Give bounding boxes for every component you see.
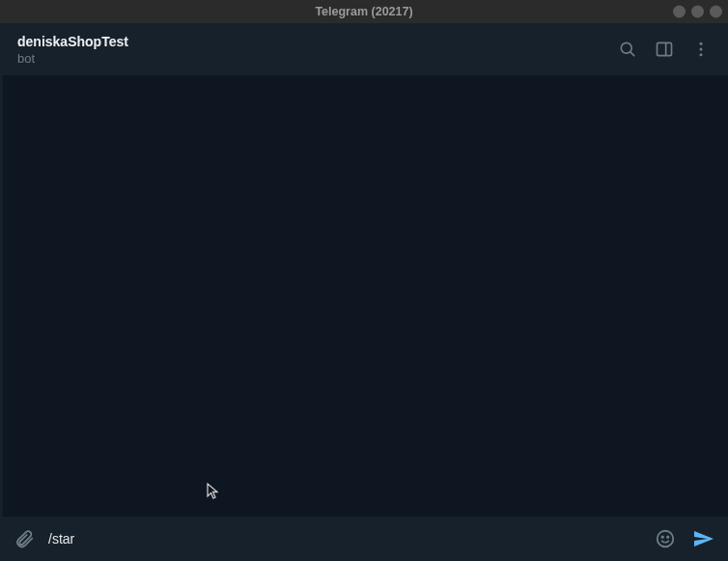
svg-point-5 [700, 48, 703, 51]
svg-point-9 [667, 536, 668, 537]
svg-point-4 [700, 42, 703, 45]
svg-rect-2 [658, 42, 672, 55]
sidebar-toggle-button[interactable] [655, 40, 674, 59]
window-controls [673, 6, 722, 18]
attach-button[interactable] [14, 528, 35, 549]
mouse-cursor-icon [207, 483, 218, 500]
chat-messages-area[interactable] [0, 75, 728, 517]
more-menu-button[interactable] [691, 40, 711, 59]
minimize-button[interactable] [673, 6, 686, 18]
svg-point-7 [658, 531, 674, 547]
search-button[interactable] [618, 40, 637, 59]
paperclip-icon [14, 528, 35, 549]
more-vertical-icon [691, 40, 711, 59]
emoji-button[interactable] [655, 528, 676, 549]
message-input[interactable] [48, 531, 641, 547]
chat-title: deniskaShopTest [17, 34, 601, 49]
svg-line-1 [630, 52, 634, 56]
send-icon [691, 527, 714, 550]
titlebar: Telegram (20217) [0, 0, 728, 23]
smile-icon [655, 528, 676, 549]
message-input-bar [0, 517, 728, 561]
chat-header: deniskaShopTest bot [0, 23, 728, 75]
panel-icon [655, 40, 674, 59]
window-title: Telegram (20217) [315, 5, 412, 18]
svg-point-8 [662, 536, 663, 537]
chat-title-block[interactable]: deniskaShopTest bot [17, 34, 601, 66]
maximize-button[interactable] [691, 6, 704, 18]
close-button[interactable] [710, 6, 722, 18]
send-button[interactable] [691, 527, 714, 550]
chat-subtitle: bot [17, 51, 601, 66]
svg-point-6 [700, 53, 703, 56]
search-icon [618, 40, 637, 59]
